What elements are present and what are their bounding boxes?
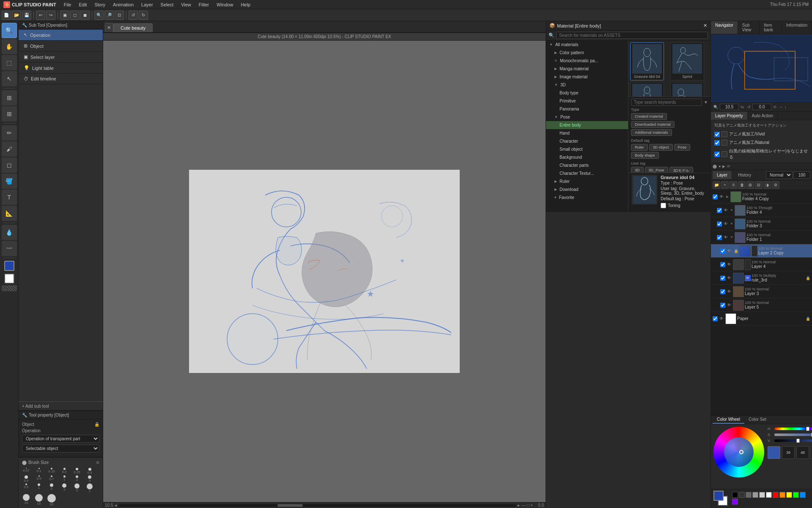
- layer-new-folder-btn[interactable]: 📁: [713, 181, 720, 189]
- tag-3d-object[interactable]: 3D object: [649, 144, 673, 151]
- subtool-light-table[interactable]: 💡 Light table: [19, 63, 103, 74]
- brush-size-20[interactable]: 20: [46, 494, 58, 506]
- tool-fill[interactable]: 🪣: [2, 174, 17, 189]
- brush-size-0.07[interactable]: 0.07: [20, 468, 32, 475]
- tree-small-object[interactable]: Small object: [546, 145, 628, 153]
- nav-zoom-icon[interactable]: 🔍: [713, 105, 718, 109]
- menu-edit[interactable]: Edit: [75, 1, 90, 8]
- brush-settings-icon[interactable]: ⚙: [96, 461, 99, 465]
- swatch-orange[interactable]: [779, 492, 785, 498]
- color-wheel-container[interactable]: [713, 427, 764, 478]
- canvas-tab-main[interactable]: Cute beauty: [113, 23, 153, 32]
- user-tag-3d[interactable]: 3D: [631, 167, 644, 173]
- color-tab-wheel[interactable]: Color Wheel: [713, 416, 744, 424]
- rotate-right-btn[interactable]: ↻: [139, 11, 148, 20]
- downloaded-material-btn[interactable]: Downloaded material: [631, 121, 675, 128]
- brush-size-2[interactable]: 2: [71, 475, 83, 483]
- save-btn[interactable]: 💾: [22, 11, 31, 20]
- keywords-search-input[interactable]: [631, 99, 702, 106]
- gradient-pattern-btn[interactable]: [2, 285, 17, 291]
- brush-size-7[interactable]: 7: [84, 483, 96, 493]
- materials-close-btn[interactable]: ✕: [703, 23, 707, 28]
- undo-btn[interactable]: ↩: [36, 11, 45, 20]
- tree-monochromatic[interactable]: ✕ Monochromatic pa...: [546, 57, 628, 65]
- layer-delete-btn[interactable]: 🗑: [738, 181, 746, 189]
- tool-eraser[interactable]: ◻: [2, 157, 17, 173]
- brush-size-0.1[interactable]: 0.1: [33, 468, 45, 475]
- h-scrollbar-thumb[interactable]: [277, 504, 303, 507]
- zoom-in-btn[interactable]: 🔍: [94, 11, 104, 20]
- nav-tab-subview[interactable]: Sub View: [738, 21, 760, 34]
- fore-color-btn[interactable]: [4, 261, 14, 271]
- tree-panorama[interactable]: Panorama: [546, 105, 628, 113]
- scroll-arrow-left[interactable]: ◂: [115, 503, 117, 508]
- rotate-left-btn[interactable]: ↺: [129, 11, 138, 20]
- layer-5-eye[interactable]: 👁: [726, 302, 732, 308]
- canvas-inner[interactable]: ★ ♥: [189, 170, 460, 373]
- color-wheel[interactable]: [713, 427, 764, 478]
- brush-size-0.2[interactable]: 0.2: [58, 468, 70, 475]
- layer-rule-lock-icon[interactable]: 🔒: [806, 276, 810, 280]
- invert-select-btn[interactable]: ◼: [80, 11, 90, 20]
- h-scrollbar-track[interactable]: [118, 504, 516, 507]
- layer-paper-eye[interactable]: 👁: [719, 316, 724, 322]
- brush-size-0.5[interactable]: 0.5: [33, 475, 45, 483]
- tag-pose[interactable]: Pose: [674, 144, 691, 151]
- layer-rule-3rd[interactable]: 👁 R 100 % Multiply rule_3rd 🔒: [711, 271, 812, 285]
- additional-material-btn[interactable]: Additional materials: [631, 129, 672, 136]
- created-material-btn[interactable]: Created material: [631, 113, 667, 120]
- subtool-operation[interactable]: ↖ Operation: [19, 30, 103, 41]
- tree-pose[interactable]: ▼ Pose: [546, 113, 628, 121]
- swatch-black[interactable]: [732, 492, 738, 498]
- brush-size-3[interactable]: 3: [84, 475, 96, 483]
- menu-view[interactable]: View: [178, 1, 195, 8]
- tool-text[interactable]: T: [2, 190, 17, 205]
- brush-size-3[interactable]: 3: [58, 483, 70, 493]
- tool-blend[interactable]: 〰: [2, 241, 17, 256]
- nav-reset-btn[interactable]: ⟲: [773, 105, 776, 109]
- tree-hand[interactable]: Hand: [546, 129, 628, 137]
- nav-flip-v-btn[interactable]: ↕: [785, 105, 787, 109]
- layer-rule-eye[interactable]: 👁: [726, 275, 732, 281]
- sat-slider[interactable]: [774, 433, 812, 436]
- tool-eyedropper[interactable]: 💧: [2, 225, 17, 240]
- layer-folder3-expand[interactable]: ▼: [730, 221, 734, 227]
- layer-5[interactable]: 👁 100 % Normal Layer 5: [711, 298, 812, 312]
- layer-folder3-eye[interactable]: 👁: [723, 221, 729, 227]
- layer-record-btn[interactable]: ●: [719, 164, 721, 168]
- layer-mask-btn[interactable]: ◑: [763, 181, 771, 189]
- redo-btn[interactable]: ↪: [46, 11, 55, 20]
- layer-new-layer-btn[interactable]: +: [721, 181, 729, 189]
- tree-all-materials[interactable]: ▼ All materials: [546, 41, 628, 49]
- nav-rotate-icon[interactable]: ↺: [747, 105, 751, 109]
- tree-character-parts[interactable]: Character parts: [546, 161, 628, 169]
- swatch-lighter[interactable]: [759, 492, 765, 498]
- swatch-yellow[interactable]: [786, 492, 792, 498]
- layer-2-copy-eye[interactable]: 👁: [726, 248, 732, 254]
- layer-2-copy[interactable]: 👁 🔒 100 % Normal Layer 2 Copy: [711, 244, 812, 258]
- layer-4[interactable]: 👁 100 % Normal Layer 4: [711, 258, 812, 271]
- tag-ruler[interactable]: Ruler: [631, 144, 648, 151]
- toning-checkbox[interactable]: [661, 203, 666, 208]
- brush-size-1[interactable]: 1: [58, 475, 70, 483]
- val-slider[interactable]: [774, 439, 812, 442]
- menu-file[interactable]: File: [60, 1, 75, 8]
- menu-animation[interactable]: Animation: [110, 1, 137, 8]
- tree-manga-material[interactable]: ▶ Manga material: [546, 65, 628, 73]
- brush-size-1[interactable]: 1: [33, 483, 45, 493]
- tab-auto-action[interactable]: Auto Action: [748, 112, 778, 120]
- tool-select[interactable]: ⬚: [2, 55, 17, 70]
- canvas-viewport[interactable]: ★ ♥: [103, 41, 546, 502]
- menu-story[interactable]: Story: [91, 1, 109, 8]
- layer-merge-btn[interactable]: ⊞: [746, 181, 754, 189]
- tool-crop[interactable]: ⊞: [2, 90, 17, 105]
- brush-size-0.5[interactable]: 0.5: [20, 483, 32, 493]
- tool-object[interactable]: ↖: [2, 71, 17, 86]
- add-sub-tool-btn[interactable]: + Add sub tool: [22, 404, 99, 409]
- menu-filter[interactable]: Filter: [195, 1, 212, 8]
- g-value-input[interactable]: [796, 446, 809, 459]
- tool-brush[interactable]: 🖌: [2, 141, 17, 157]
- layer-flatten-btn[interactable]: ⊟: [755, 181, 763, 189]
- r-value-input[interactable]: [782, 446, 795, 459]
- selectable-select[interactable]: Selectable object: [22, 444, 99, 453]
